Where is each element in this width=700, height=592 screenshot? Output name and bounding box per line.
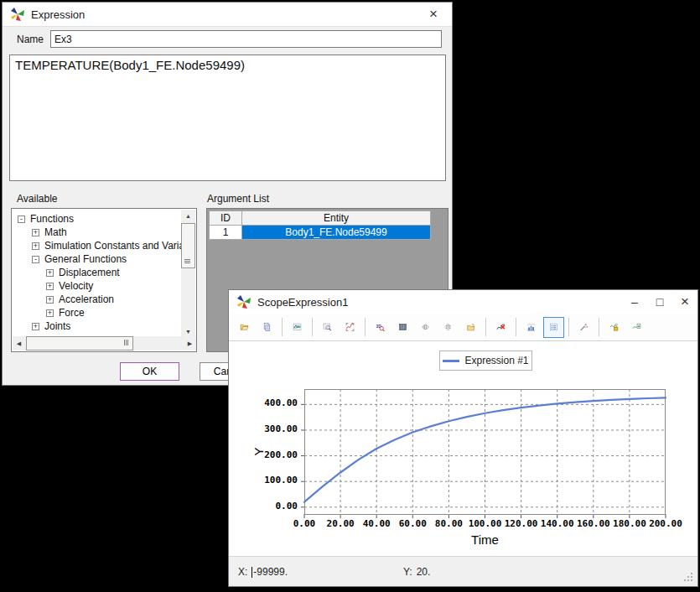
- lock-curve-button[interactable]: [604, 317, 625, 338]
- name-label: Name: [17, 34, 44, 45]
- expression-text-area[interactable]: TEMPERATURE(Body1_FE.Node59499): [9, 55, 446, 181]
- expand-icon[interactable]: +: [46, 296, 54, 304]
- toolbar-separator: [365, 318, 366, 336]
- tree-vscroll-thumb[interactable]: [181, 223, 195, 268]
- tree-item-displacement[interactable]: +Displacement: [13, 266, 181, 279]
- zoom-window-icon: [323, 319, 332, 335]
- scope-statusbar: X: -99999. Y: 20.: [229, 556, 697, 586]
- available-label: Available: [17, 193, 57, 205]
- plot-view-icon: [293, 319, 302, 335]
- y-tick-label: 100.00: [229, 475, 298, 486]
- expression-titlebar[interactable]: Expression ×: [3, 3, 452, 27]
- tree-item-label: Velocity: [59, 279, 93, 293]
- data-table-icon: [398, 319, 407, 335]
- tree-item-math[interactable]: +Math: [13, 226, 181, 239]
- tree-item-label: Force: [59, 306, 85, 319]
- chart-3d-button[interactable]: 3D: [370, 317, 391, 338]
- import-data-icon: [632, 319, 641, 335]
- import-data-button[interactable]: [626, 317, 647, 338]
- wizard-button[interactable]: [573, 317, 594, 338]
- argument-row-entity[interactable]: Body1_FE.Node59499: [241, 226, 431, 240]
- name-input[interactable]: [50, 30, 442, 48]
- recurdyn-logo-icon: [237, 295, 251, 309]
- legend-toggle-icon: [549, 319, 558, 335]
- legend-label: Expression #1: [464, 355, 528, 366]
- y-tick-label: 300.00: [229, 423, 298, 435]
- column-header-entity[interactable]: Entity: [241, 210, 431, 226]
- plot-view-button[interactable]: [287, 317, 308, 338]
- tree-item-force[interactable]: +Force: [13, 306, 181, 319]
- flip-vertical-icon: [443, 319, 453, 335]
- tree-item-label: Acceleration: [59, 293, 114, 306]
- resize-grip[interactable]: [683, 572, 693, 582]
- flip-horizontal-icon: [421, 319, 430, 335]
- ok-button[interactable]: OK: [120, 362, 179, 381]
- tree-item-velocity[interactable]: +Velocity: [13, 279, 181, 293]
- tree-items: -Functions+Math+Simulation Constants and…: [13, 210, 181, 336]
- chart-legend: Expression #1: [439, 351, 532, 371]
- delete-curve-button[interactable]: [490, 317, 511, 338]
- scope-close-button[interactable]: ×: [672, 290, 697, 314]
- copy-icon: [262, 319, 272, 335]
- tree-horizontal-scrollbar[interactable]: ◀ ▶: [13, 336, 196, 351]
- toolbar-separator: [568, 318, 569, 336]
- desktop: { "expression_dialog": { "title": "Expre…: [0, 0, 700, 592]
- chart-3d-icon: 3D: [376, 319, 385, 335]
- chart-statistics-button[interactable]: [521, 317, 542, 338]
- expression-dialog-title: Expression: [31, 8, 85, 21]
- y-tick-label: 0.00: [229, 501, 298, 512]
- legend-line-sample: [443, 360, 459, 362]
- lock-curve-icon: [609, 319, 619, 335]
- expand-icon[interactable]: +: [46, 269, 54, 277]
- x-tick-label: 200.00: [639, 518, 692, 530]
- flip-horizontal-button[interactable]: [415, 317, 436, 338]
- status-x-value[interactable]: -99999.: [253, 566, 288, 578]
- open-button[interactable]: [234, 317, 255, 338]
- scroll-left-icon[interactable]: ◀: [13, 336, 25, 351]
- argument-row-id[interactable]: 1: [209, 226, 242, 240]
- scroll-right-icon[interactable]: ▶: [184, 336, 196, 351]
- minimize-button[interactable]: –: [622, 290, 647, 314]
- x-axis-label: Time: [304, 532, 666, 547]
- argument-table-header: ID Entity: [209, 210, 431, 226]
- delete-curve-icon: [496, 319, 506, 335]
- expression-close-button[interactable]: ×: [415, 3, 452, 26]
- text-cursor: [251, 567, 252, 578]
- collapse-icon[interactable]: -: [32, 256, 39, 263]
- expand-icon[interactable]: +: [32, 229, 39, 236]
- zoom-window-button[interactable]: [317, 317, 338, 338]
- tree-hscroll-thumb[interactable]: [26, 336, 133, 351]
- table-row[interactable]: 1 Body1_FE.Node59499: [209, 226, 431, 240]
- flip-vertical-button[interactable]: [438, 317, 459, 338]
- column-header-id[interactable]: ID: [209, 210, 242, 226]
- legend-toggle-button[interactable]: [543, 317, 564, 338]
- toolbar-separator: [282, 318, 283, 336]
- chart-canvas: Expression #1 Y Time 0.0020.0040.0060.00…: [229, 341, 697, 556]
- maximize-button[interactable]: □: [647, 290, 672, 314]
- tree-item-joints[interactable]: +Joints: [13, 319, 181, 333]
- collapse-icon[interactable]: -: [18, 216, 25, 223]
- expand-icon[interactable]: +: [46, 309, 54, 317]
- copy-button[interactable]: [257, 317, 277, 338]
- expand-icon[interactable]: +: [32, 323, 39, 330]
- status-y-value[interactable]: 20.: [417, 566, 431, 578]
- expand-icon[interactable]: +: [46, 283, 54, 290]
- status-y-label: Y:: [403, 566, 412, 578]
- tree-item-label: Math: [44, 226, 67, 239]
- plot-area: [304, 389, 666, 515]
- scope-titlebar[interactable]: ScopeExpression1 – □ ×: [229, 290, 697, 314]
- svg-text:3D: 3D: [376, 325, 382, 329]
- tree-item-general-functions[interactable]: -General Functions: [13, 252, 181, 266]
- scroll-up-icon[interactable]: ▲: [181, 210, 195, 222]
- tree-item-simulation-constants-and-varia[interactable]: +Simulation Constants and Varia: [13, 239, 181, 252]
- tree-item-functions[interactable]: -Functions: [13, 212, 181, 226]
- tree-item-acceleration[interactable]: +Acceleration: [13, 293, 181, 306]
- tree-vertical-scrollbar[interactable]: ▲ ▼: [181, 210, 195, 338]
- data-table-button[interactable]: [392, 317, 413, 338]
- toolbar-separator: [312, 318, 313, 336]
- zoom-curve-button[interactable]: [340, 317, 360, 338]
- expand-icon[interactable]: +: [32, 242, 39, 250]
- export-page-icon: [466, 319, 475, 335]
- zoom-curve-icon: [345, 319, 355, 335]
- export-page-button[interactable]: [460, 317, 481, 338]
